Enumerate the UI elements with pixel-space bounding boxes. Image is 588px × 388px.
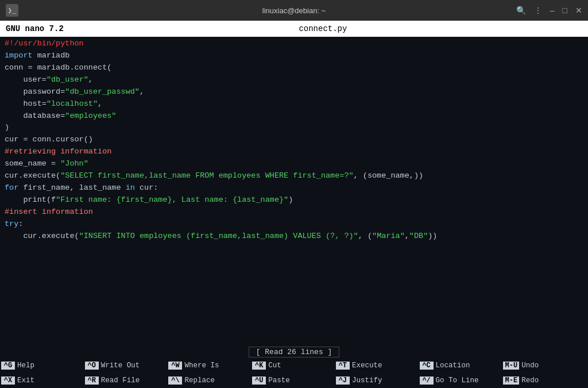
code-line-2: import mariadb <box>5 50 583 62</box>
shortcut-key-location: ^C <box>420 362 434 370</box>
shortcut-key-where: ^W <box>168 362 182 370</box>
title-bar-title: linuxiac@debian: ~ <box>262 6 326 15</box>
shortcut-label-cut: Cut <box>268 362 281 370</box>
shortcut-label-help: Help <box>17 362 34 370</box>
code-line-6: host="localhost", <box>5 98 583 110</box>
title-bar-controls: 🔍 ⋮ – □ ✕ <box>516 6 582 15</box>
shortcut-key-cut: ^K <box>252 362 266 370</box>
shortcut-location[interactable]: ^C Location <box>420 362 504 370</box>
shortcut-exit[interactable]: ^X Exit <box>1 377 85 385</box>
search-icon[interactable]: 🔍 <box>516 6 526 15</box>
shortcut-replace[interactable]: ^\ Replace <box>168 377 252 385</box>
shortcut-redo[interactable]: M-E Redo <box>503 377 587 385</box>
shortcut-bar-row2: ^X Exit ^R Read File ^\ Replace ^U Paste… <box>0 373 588 388</box>
nano-filename: connect.py <box>299 24 347 33</box>
status-bar: [ Read 26 lines ] <box>0 345 588 358</box>
nano-header: GNU nano 7.2 connect.py <box>0 21 588 37</box>
shortcut-key-redo: M-E <box>503 377 519 385</box>
editor-area[interactable]: #!/usr/bin/python import mariadb conn = … <box>0 37 588 345</box>
terminal-icon: ❯_ <box>6 4 18 17</box>
shortcut-label-undo: Undo <box>521 362 539 370</box>
shortcut-label-execute: Execute <box>352 362 382 370</box>
shortcut-label-redo: Redo <box>521 377 539 385</box>
code-line-20: cur.execute("INSERT INTO employees (firs… <box>5 231 583 243</box>
shortcut-undo[interactable]: M-U Undo <box>503 362 587 370</box>
title-bar: ❯_ linuxiac@debian: ~ 🔍 ⋮ – □ ✕ <box>0 0 588 21</box>
shortcut-label-goto: Go To Line <box>436 377 479 385</box>
shortcut-label-read: Read File <box>101 377 140 385</box>
shortcut-key-execute: ^T <box>336 362 350 370</box>
shortcut-write-out[interactable]: ^O Write Out <box>85 362 169 370</box>
shortcut-help[interactable]: ^G Help <box>1 362 85 370</box>
shortcut-key-exit: ^X <box>1 377 15 385</box>
shortcut-key-replace: ^\ <box>168 377 182 385</box>
shortcut-label-justify: Justify <box>352 377 382 385</box>
shortcut-where-is[interactable]: ^W Where Is <box>168 362 252 370</box>
title-bar-left: ❯_ <box>6 4 18 17</box>
shortcut-label-where: Where Is <box>184 362 219 370</box>
shortcut-label-paste: Paste <box>268 377 290 385</box>
code-line-3: conn = mariadb.connect( <box>5 62 583 74</box>
code-line-1: #!/usr/bin/python <box>5 38 583 50</box>
shortcut-cut[interactable]: ^K Cut <box>252 362 336 370</box>
shortcut-paste[interactable]: ^U Paste <box>252 377 336 385</box>
shortcut-key-paste: ^U <box>252 377 266 385</box>
nano-version: GNU nano 7.2 <box>6 24 64 33</box>
code-line-19: try: <box>5 218 583 231</box>
shortcut-key-goto: ^/ <box>420 377 434 385</box>
shortcut-label-location: Location <box>436 362 470 370</box>
code-line-8: ) <box>5 122 583 134</box>
code-line-14: cur.execute("SELECT first_name,last_name… <box>5 170 583 182</box>
code-line-10: cur = conn.cursor() <box>5 134 583 146</box>
shortcut-label-replace: Replace <box>184 377 215 385</box>
minimize-button[interactable]: – <box>550 6 555 15</box>
code-line-15: for first_name, last_name in cur: <box>5 182 583 194</box>
shortcut-justify[interactable]: ^J Justify <box>336 377 420 385</box>
shortcut-label-exit: Exit <box>17 377 34 385</box>
code-line-7: database="employees" <box>5 110 583 122</box>
menu-icon[interactable]: ⋮ <box>534 6 542 15</box>
shortcut-key-undo: M-U <box>503 362 519 370</box>
shortcut-label-write: Write Out <box>101 362 140 370</box>
close-button[interactable]: ✕ <box>575 6 582 15</box>
shortcut-key-help: ^G <box>1 362 15 370</box>
code-line-16: print(f"First name: {first_name}, Last n… <box>5 194 583 206</box>
code-line-18: #insert information <box>5 206 583 218</box>
status-message: [ Read 26 lines ] <box>249 347 340 358</box>
shortcut-go-to-line[interactable]: ^/ Go To Line <box>420 377 504 385</box>
shortcut-key-read: ^R <box>85 377 99 385</box>
shortcut-execute[interactable]: ^T Execute <box>336 362 420 370</box>
maximize-button[interactable]: □ <box>563 6 567 15</box>
code-line-12: #retrieving information <box>5 146 583 158</box>
code-line-5: password="db_user_passwd", <box>5 86 583 98</box>
shortcut-key-write: ^O <box>85 362 99 370</box>
code-line-13: some_name = "John" <box>5 158 583 170</box>
shortcut-key-justify: ^J <box>336 377 350 385</box>
shortcut-read-file[interactable]: ^R Read File <box>85 377 169 385</box>
shortcut-bar-row1: ^G Help ^O Write Out ^W Where Is ^K Cut … <box>0 358 588 373</box>
code-line-4: user="db_user", <box>5 74 583 86</box>
